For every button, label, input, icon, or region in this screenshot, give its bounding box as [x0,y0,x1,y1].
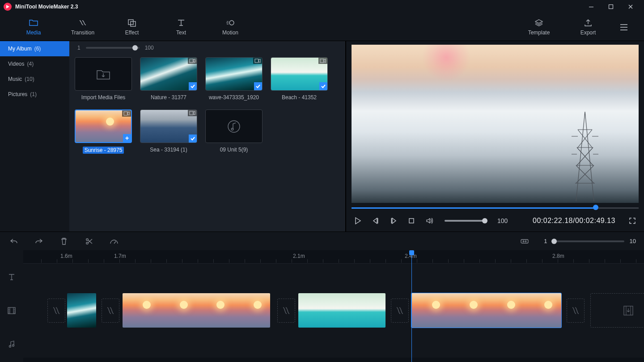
tab-text[interactable]: Text [157,13,206,41]
sidebar-item-label: Music [8,76,22,82]
preview-seekbar[interactable] [352,206,639,210]
export-button[interactable]: Export [564,13,613,41]
sidebar-item-label: My Album [8,46,32,52]
timeline-drop-slot[interactable] [590,293,644,328]
text-track-head[interactable] [0,264,23,290]
thumbnail-zoom-slider[interactable]: 1 100 [75,45,340,54]
music-note-icon [8,340,16,348]
volume-button[interactable] [425,216,434,225]
export-label: Export [580,29,596,36]
svg-rect-18 [409,219,414,223]
split-button[interactable] [83,236,95,247]
transition-slot[interactable] [567,299,585,323]
timeline-toolbar: 1 10 [0,232,644,250]
sidebar-item-count: (4) [27,61,34,67]
folder-icon [29,19,38,27]
audio-track[interactable] [23,331,644,358]
svg-rect-17 [391,218,392,223]
media-thumb[interactable]: + [75,109,132,143]
tab-transition[interactable]: Transition [58,13,107,41]
video-badge-icon [253,58,262,64]
fullscreen-button[interactable] [628,216,637,225]
hamburger-menu-button[interactable] [613,13,635,41]
media-thumb[interactable] [271,57,328,91]
sidebar-item-videos[interactable]: Videos (4) [0,56,69,72]
svg-point-23 [9,345,11,347]
timeline-clip[interactable] [67,293,96,328]
audio-track-head[interactable] [0,331,23,358]
timeline-clip[interactable] [123,293,270,328]
ruler-mark: 1.6m [60,253,72,259]
window-close-button[interactable] [621,0,640,13]
film-icon [7,307,16,315]
tab-effect-label: Effect [125,29,139,36]
video-track-head[interactable] [0,290,23,331]
playhead[interactable] [411,250,412,362]
media-thumb[interactable] [205,109,263,143]
preview-viewport[interactable] [352,45,639,203]
sidebar-item-count: (6) [34,46,41,52]
media-thumb-label: Beach - 41352 [282,94,317,101]
window-maximize-button[interactable] [601,0,621,13]
transition-slot[interactable] [47,299,65,323]
svg-rect-4 [131,21,136,26]
media-thumb[interactable] [140,57,197,91]
svg-rect-1 [589,7,593,7]
app-title: MiniTool MovieMaker 2.3 [15,4,78,10]
svg-point-19 [86,238,88,240]
frame-back-button[interactable] [371,216,380,225]
volume-slider[interactable] [445,220,485,222]
tab-text-label: Text [176,29,186,36]
sidebar-item-pictures[interactable]: Pictures (1) [0,87,69,102]
svg-rect-22 [8,307,15,314]
timeline-ruler[interactable]: 1.6m1.7m2.1m2.4m2.8m [23,250,644,264]
motion-icon [225,19,235,27]
svg-marker-0 [6,5,9,8]
svg-rect-6 [190,59,193,63]
svg-rect-7 [255,59,258,63]
speed-button[interactable] [108,236,120,247]
tab-transition-label: Transition [71,29,94,36]
fit-timeline-button[interactable] [519,236,530,247]
svg-marker-13 [356,218,360,224]
template-label: Template [528,29,550,36]
timeline-clip[interactable] [298,293,386,328]
transition-slot[interactable] [391,299,409,323]
timeline-zoom-slider[interactable]: 1 10 [544,238,636,244]
media-thumb[interactable] [205,57,263,91]
template-button[interactable]: Template [514,13,564,41]
hamburger-icon [619,24,628,31]
frame-forward-icon [390,217,398,225]
video-badge-icon [122,110,131,117]
pylon-graphic [572,112,598,201]
tab-effect[interactable]: Effect [107,13,157,41]
play-button[interactable] [353,216,362,225]
svg-rect-3 [128,20,133,25]
tab-motion[interactable]: Motion [206,13,255,41]
media-thumb[interactable] [140,109,197,143]
text-track[interactable] [23,264,644,290]
window-minimize-button[interactable] [581,0,601,13]
import-media-button[interactable] [75,57,132,91]
added-check-icon [189,135,197,143]
video-badge-icon [318,58,327,64]
timeline-clip[interactable] [411,293,561,328]
redo-button[interactable] [33,236,45,247]
undo-button[interactable] [8,236,20,247]
transition-slot[interactable] [102,299,119,323]
trash-icon [60,237,68,245]
video-track[interactable] [23,290,644,331]
add-to-timeline-button[interactable]: + [123,134,131,142]
delete-button[interactable] [58,236,70,247]
text-icon [8,273,16,281]
sidebar-item-music[interactable]: Music (10) [0,72,69,87]
sidebar-item-label: Pictures [8,91,27,97]
gauge-icon [109,237,119,245]
sidebar-item-count: (1) [30,91,37,97]
tab-media[interactable]: Media [9,13,58,41]
transition-slot[interactable] [277,299,295,323]
stop-button[interactable] [407,216,416,225]
sidebar-item-my-album[interactable]: My Album (6) [0,41,69,56]
undo-icon [9,237,18,245]
frame-forward-button[interactable] [389,216,398,225]
